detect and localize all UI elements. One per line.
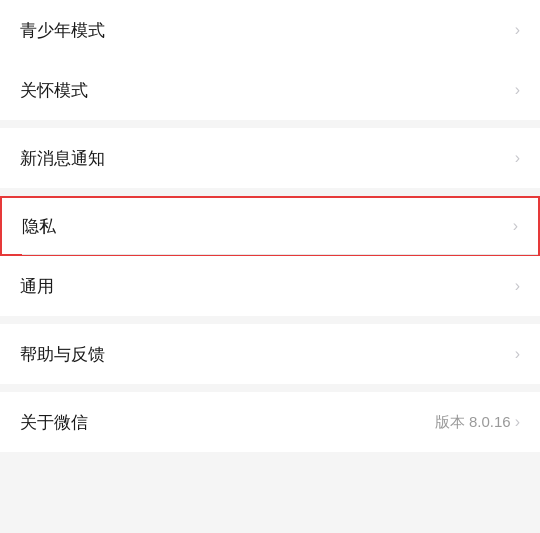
chevron-icon: ›	[515, 21, 520, 39]
settings-list: 青少年模式 › 关怀模式 › 新消息通知 ›	[0, 0, 540, 452]
settings-item-left: 关于微信	[20, 411, 88, 434]
settings-item-label: 通用	[20, 275, 54, 298]
settings-item-right: ›	[515, 149, 520, 167]
settings-item-label: 新消息通知	[20, 147, 105, 170]
settings-item-label: 帮助与反馈	[20, 343, 105, 366]
chevron-icon: ›	[513, 217, 518, 235]
settings-group-5: 关于微信 版本 8.0.16 ›	[0, 392, 540, 452]
chevron-icon: ›	[515, 413, 520, 431]
settings-item-label: 关怀模式	[20, 79, 88, 102]
settings-item-version: 版本 8.0.16	[435, 413, 511, 432]
settings-item-left: 关怀模式	[20, 79, 88, 102]
settings-item-right: ›	[515, 21, 520, 39]
settings-item-about-wechat[interactable]: 关于微信 版本 8.0.16 ›	[0, 392, 540, 452]
chevron-icon: ›	[515, 81, 520, 99]
chevron-icon: ›	[515, 277, 520, 295]
settings-item-right: ›	[513, 217, 518, 235]
settings-item-right: 版本 8.0.16 ›	[435, 413, 520, 432]
chevron-icon: ›	[515, 149, 520, 167]
settings-item-left: 青少年模式	[20, 19, 105, 42]
settings-group-2: 新消息通知 ›	[0, 128, 540, 188]
settings-item-label: 隐私	[22, 215, 56, 238]
settings-item-care-mode[interactable]: 关怀模式 ›	[0, 60, 540, 120]
settings-item-left: 新消息通知	[20, 147, 105, 170]
settings-group-4: 帮助与反馈 ›	[0, 324, 540, 384]
settings-item-label: 青少年模式	[20, 19, 105, 42]
settings-item-label: 关于微信	[20, 411, 88, 434]
settings-item-left: 隐私	[22, 215, 56, 238]
settings-item-new-message-notification[interactable]: 新消息通知 ›	[0, 128, 540, 188]
settings-item-general[interactable]: 通用 ›	[0, 256, 540, 316]
settings-group-1: 青少年模式 › 关怀模式 ›	[0, 0, 540, 120]
settings-item-left: 通用	[20, 275, 54, 298]
settings-group-3: 隐私 › 通用 ›	[0, 196, 540, 316]
settings-item-privacy[interactable]: 隐私 ›	[0, 196, 540, 256]
settings-item-youth-mode[interactable]: 青少年模式 ›	[0, 0, 540, 60]
chevron-icon: ›	[515, 345, 520, 363]
settings-item-right: ›	[515, 277, 520, 295]
settings-item-help-feedback[interactable]: 帮助与反馈 ›	[0, 324, 540, 384]
settings-item-left: 帮助与反馈	[20, 343, 105, 366]
settings-item-right: ›	[515, 81, 520, 99]
settings-item-right: ›	[515, 345, 520, 363]
